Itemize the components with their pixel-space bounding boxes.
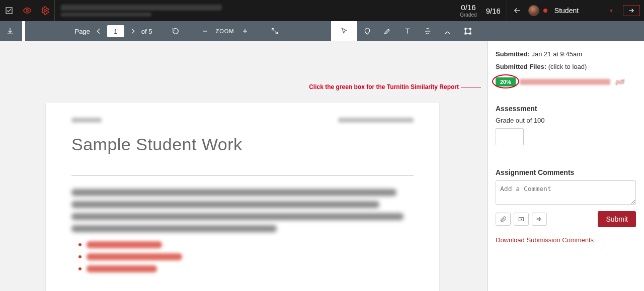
svg-rect-15 <box>469 28 471 30</box>
grading-sidepanel: Submitted: Jan 21 at 9:45am Submitted Fi… <box>487 41 644 291</box>
assessment-heading: Assessment <box>496 105 636 113</box>
svg-point-1 <box>26 10 29 12</box>
page-label: Page <box>74 28 90 35</box>
page-number-input[interactable] <box>107 25 124 37</box>
comments-heading: Assignment Comments <box>496 168 636 176</box>
comment-textarea[interactable] <box>496 180 636 205</box>
student-role-label: Student <box>554 7 579 15</box>
visibility-eye-icon[interactable] <box>18 0 36 21</box>
top-header: 0/16 Graded 9/16 Student ▼ <box>0 0 644 21</box>
zoom-in-icon[interactable] <box>237 21 253 41</box>
draw-tool-icon[interactable] <box>438 21 458 41</box>
header-divider <box>54 0 55 21</box>
download-comments-link[interactable]: Download Submission Comments <box>496 236 594 244</box>
settings-gear-icon[interactable] <box>36 0 54 21</box>
svg-marker-19 <box>521 219 522 220</box>
svg-line-8 <box>272 29 274 31</box>
zoom-controls: ZOOM <box>196 21 255 41</box>
attach-file-icon[interactable] <box>496 213 511 226</box>
student-avatar[interactable] <box>528 5 539 16</box>
main-area: Click the green box for the Turnitin Sim… <box>0 41 644 291</box>
document-page: Sample Student Work <box>46 103 439 291</box>
audio-comment-icon[interactable] <box>532 213 547 226</box>
caret-down-icon: ▼ <box>609 8 614 14</box>
grade-input[interactable] <box>496 128 524 145</box>
submit-comment-button[interactable]: Submit <box>598 211 636 227</box>
highlight-tool-icon[interactable] <box>377 21 397 41</box>
student-dropdown[interactable]: Student ▼ <box>551 7 617 15</box>
media-comment-icon[interactable] <box>514 213 529 226</box>
svg-rect-14 <box>465 28 466 30</box>
page-total-label: of 5 <box>141 28 152 35</box>
page-controls: Page of 5 <box>71 21 155 41</box>
document-viewport[interactable]: Click the green box for the Turnitin Sim… <box>0 41 487 291</box>
progress-count: 9/16 <box>486 7 501 15</box>
fullscreen-icon[interactable] <box>265 21 285 41</box>
zoom-label: ZOOM <box>213 28 237 34</box>
text-tool-icon[interactable] <box>397 21 418 41</box>
header-left-icons <box>0 0 54 21</box>
pointer-tool-icon[interactable] <box>334 21 354 41</box>
prev-page-icon[interactable] <box>92 21 105 41</box>
student-navigator: Student ▼ <box>507 0 644 21</box>
svg-line-9 <box>275 32 277 34</box>
document-toolbar: Page of 5 ZOOM <box>0 21 644 41</box>
turnitin-similarity-badge[interactable]: 20% <box>496 77 516 86</box>
next-student-arrow-icon[interactable] <box>623 5 640 16</box>
turnitin-callout: Click the green box for the Turnitin Sim… <box>309 83 481 90</box>
file-extension: .pdf <box>614 78 624 85</box>
next-page-icon[interactable] <box>126 21 139 41</box>
strikethrough-tool-icon[interactable] <box>418 21 438 41</box>
file-name-link[interactable] <box>520 79 610 85</box>
status-dot-icon <box>543 9 547 13</box>
document-title: Sample Student Work <box>71 135 414 154</box>
graded-count: 0/16 Graded <box>460 4 476 18</box>
submitted-file-item: 20% .pdf <box>496 77 636 86</box>
svg-point-2 <box>44 10 47 12</box>
zoom-out-icon[interactable] <box>198 21 213 41</box>
gradebook-icon[interactable] <box>0 0 18 21</box>
rotate-icon[interactable] <box>166 21 186 41</box>
comment-actions: Submit <box>496 211 636 227</box>
area-tool-icon[interactable] <box>458 21 478 41</box>
prev-student-arrow-icon[interactable] <box>510 4 524 18</box>
header-counts: 0/16 Graded 9/16 <box>460 4 507 18</box>
svg-rect-17 <box>469 33 471 34</box>
svg-rect-16 <box>465 33 466 34</box>
point-annotation-icon[interactable] <box>357 21 377 41</box>
assignment-title-block <box>61 5 222 17</box>
grade-label: Grade out of 100 <box>496 117 636 124</box>
submitted-row: Submitted: Jan 21 at 9:45am <box>496 50 636 58</box>
submitted-files-row: Submitted Files: (click to load) <box>496 63 636 70</box>
download-icon[interactable] <box>0 21 20 41</box>
